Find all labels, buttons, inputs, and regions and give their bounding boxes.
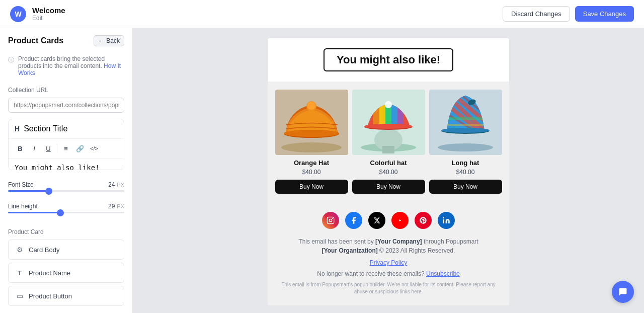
bold-button[interactable]: B [14, 142, 27, 155]
svg-rect-28 [447, 117, 485, 120]
product-button-item[interactable]: ▭ Product Button [8, 286, 124, 306]
sidebar-header: Product Cards ← Back [0, 28, 132, 51]
x-icon[interactable] [368, 212, 385, 229]
buy-button-1[interactable]: Buy Now [275, 180, 348, 194]
font-size-track[interactable] [8, 190, 124, 192]
align-button[interactable]: ≡ [59, 142, 72, 155]
code-button[interactable]: </> [88, 142, 101, 155]
line-height-section: Line height 29 PX [0, 203, 132, 224]
facebook-icon[interactable] [345, 212, 362, 229]
svg-point-21 [438, 143, 493, 151]
discard-button[interactable]: Discard Changes [503, 6, 570, 22]
youtube-icon[interactable] [391, 212, 409, 229]
product-price-2: $40.00 [352, 169, 425, 176]
info-box: ⓘ Product cards bring the selected produ… [0, 51, 132, 83]
product-name-icon: T [15, 268, 25, 278]
footer-disclaimer: This email is from Popupsmart's popup bu… [278, 281, 499, 295]
font-size-unit: PX [117, 182, 124, 188]
sidebar: Product Cards ← Back ⓘ Product cards bri… [0, 28, 133, 313]
product-card-section: Product Card ⚙ Card Body T Product Name … [0, 224, 132, 313]
section-icon: H [15, 125, 20, 133]
product-img-3 [429, 90, 502, 155]
svg-point-31 [441, 128, 490, 133]
chat-bubble[interactable] [612, 281, 634, 303]
social-icons [278, 212, 499, 229]
line-height-row: Line height 29 PX [8, 203, 124, 210]
product-name-item[interactable]: T Product Name [8, 263, 124, 283]
back-label: Back [106, 37, 120, 44]
sidebar-title: Product Cards ← Back [8, 35, 124, 46]
card-body-label: Card Body [29, 246, 59, 254]
unsubscribe-line: No longer want to receive these emails? … [278, 270, 499, 277]
pinterest-icon[interactable] [415, 212, 432, 229]
chat-icon [618, 287, 628, 297]
font-size-row: Font Size 24 PX [8, 181, 124, 188]
sidebar-page-title: Product Cards [8, 36, 63, 45]
svg-point-3 [284, 130, 339, 137]
svg-point-19 [385, 101, 392, 108]
underline-button[interactable]: U [42, 142, 55, 155]
font-size-thumb[interactable] [45, 188, 52, 195]
line-height-thumb[interactable] [57, 209, 64, 216]
collection-url-label: Collection URL [0, 83, 132, 96]
product-card-2: Colorful hat $40.00 Buy Now [352, 90, 425, 194]
product-card-title: Product Card [8, 228, 124, 236]
info-icon: ⓘ [8, 56, 14, 64]
linkedin-icon[interactable] [438, 212, 455, 229]
product-card-3: Long hat $40.00 Buy Now [429, 90, 502, 194]
line-height-unit: PX [117, 203, 124, 209]
footer-sent-text: This email has been sent by [Your Compan… [278, 237, 499, 255]
section-title-textarea[interactable]: You might also like! [9, 159, 124, 170]
font-size-fill [8, 190, 49, 192]
topbar-edit[interactable]: Edit [32, 15, 65, 22]
line-height-label: Line height [8, 203, 38, 210]
line-height-fill [8, 212, 60, 213]
svg-point-37 [443, 217, 444, 218]
info-text: Product cards bring the selected product… [18, 55, 124, 76]
svg-point-18 [364, 124, 413, 129]
product-name-3: Long hat [429, 159, 502, 167]
line-height-track[interactable] [8, 212, 124, 213]
topbar-title: Welcome [32, 6, 65, 15]
section-title-bar: You might also like! [268, 38, 509, 82]
line-height-value: 29 [97, 203, 115, 210]
preview-area: You might also like! [133, 28, 644, 313]
buy-button-3[interactable]: Buy Now [429, 180, 502, 194]
long-hat-svg [429, 90, 502, 155]
unsubscribe-link[interactable]: Unsubscribe [426, 270, 460, 277]
product-button-label: Product Button [29, 292, 72, 300]
svg-point-5 [307, 102, 315, 110]
editor-panel-header: H Section Title [9, 119, 124, 139]
product-name-2: Colorful hat [352, 159, 425, 167]
section-title-label: Section Title [24, 124, 67, 133]
italic-button[interactable]: I [28, 142, 41, 155]
colorful-hat-svg [352, 90, 425, 155]
card-body-item[interactable]: ⚙ Card Body [8, 240, 124, 260]
product-img-1 [275, 90, 348, 155]
toolbar-separator-1 [57, 144, 57, 153]
svg-point-1 [281, 142, 342, 152]
topbar-left: W Welcome Edit [10, 6, 65, 22]
card-body-icon: ⚙ [15, 245, 25, 255]
product-name-label: Product Name [29, 269, 70, 277]
font-size-section: Font Size 24 PX [0, 176, 132, 203]
privacy-policy-link[interactable]: Privacy Policy [278, 259, 499, 266]
save-button[interactable]: Save Changes [575, 6, 634, 22]
main-layout: Product Cards ← Back ⓘ Product cards bri… [0, 28, 644, 313]
editor-panel: H Section Title B I U ≡ 🔗 </> You might … [8, 119, 124, 170]
link-button[interactable]: 🔗 [73, 142, 87, 155]
product-button-icon: ▭ [15, 291, 25, 301]
topbar-actions: Discard Changes Save Changes [503, 6, 634, 22]
font-size-label: Font Size [8, 181, 34, 188]
collection-url-input[interactable] [8, 98, 124, 113]
svg-point-34 [329, 219, 332, 221]
topbar: W Welcome Edit Discard Changes Save Chan… [0, 0, 644, 28]
editor-toolbar: B I U ≡ 🔗 </> [9, 139, 124, 159]
instagram-icon[interactable] [322, 212, 339, 229]
buy-button-2[interactable]: Buy Now [352, 180, 425, 194]
back-button[interactable]: ← Back [94, 35, 124, 46]
svg-rect-9 [382, 146, 394, 153]
product-img-2 [352, 90, 425, 155]
font-size-value: 24 [97, 181, 115, 188]
product-card-1: Orange Hat $40.00 Buy Now [275, 90, 348, 194]
